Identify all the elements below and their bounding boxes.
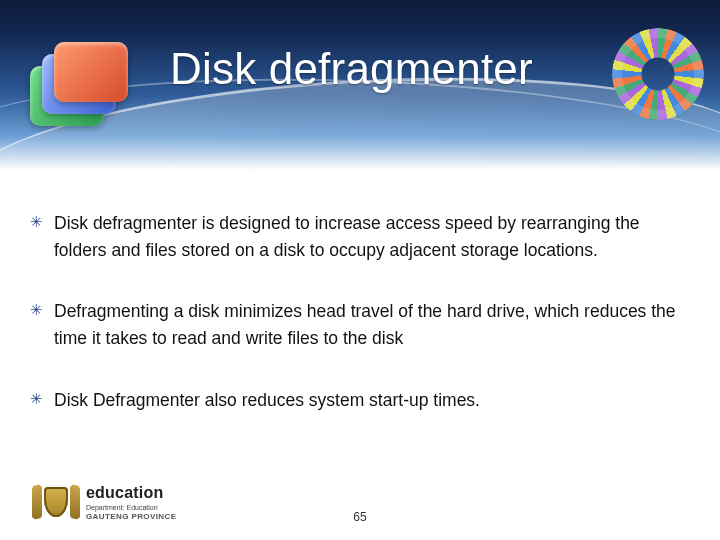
bullet-item: Disk Defragmenter also reduces system st… (28, 387, 692, 414)
defrag-blocks-icon (24, 36, 120, 132)
slide-body: Disk defragmenter is designed to increas… (28, 210, 692, 448)
slide-header: Disk defragmenter (0, 0, 720, 170)
logo-title: education (86, 485, 176, 501)
color-ring-icon (612, 28, 704, 120)
slide: Disk defragmenter Disk defragmenter is d… (0, 0, 720, 540)
bullet-item: Disk defragmenter is designed to increas… (28, 210, 692, 264)
bullet-item: Defragmenting a disk minimizes head trav… (28, 298, 692, 352)
page-number: 65 (0, 510, 720, 524)
slide-title: Disk defragmenter (170, 44, 533, 94)
